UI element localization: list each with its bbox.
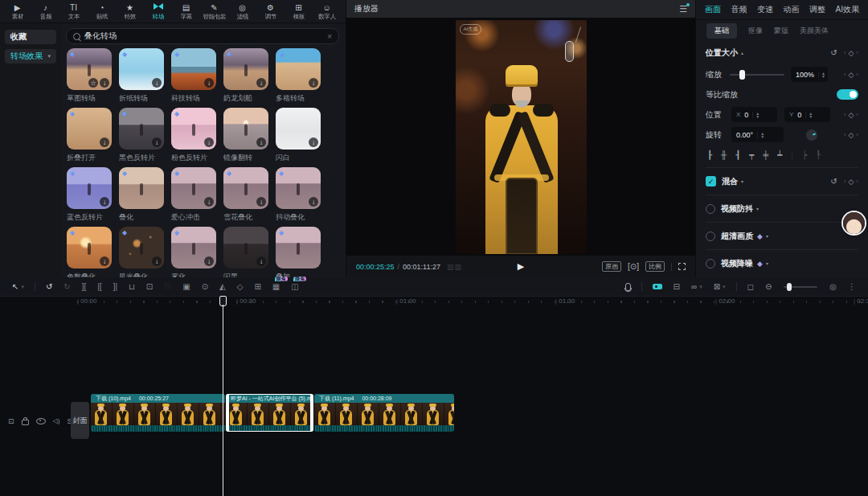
align-top-icon[interactable]: ┯ xyxy=(749,150,754,159)
uniform-scale-toggle[interactable] xyxy=(837,89,858,100)
transition-thumbnail[interactable]: ◆ ☆ ↓ xyxy=(119,48,164,90)
tab-filters[interactable]: ◎滤镜 xyxy=(228,3,256,20)
transition-card[interactable]: ◆ ☆ ↓ 粉色反转片 xyxy=(171,108,216,167)
favorites-button[interactable]: 收藏 xyxy=(5,30,56,44)
record-voiceover-icon[interactable] xyxy=(625,283,631,291)
download-icon[interactable]: ↓ xyxy=(204,197,214,207)
main-track-magnet-icon[interactable] xyxy=(653,284,662,289)
timeline-clip[interactable]: 下载 (11).mp4 00:00:28:09 xyxy=(314,394,454,432)
transition-card[interactable]: ◆ ☆ ↓ 抖动叠化 xyxy=(276,167,321,227)
download-icon[interactable]: ↓ xyxy=(100,137,109,147)
transition-card[interactable]: ◆ ☆ ↓ 科技转场 xyxy=(171,48,216,108)
subtab-beauty[interactable]: 美颜美体 xyxy=(800,26,829,36)
split-button[interactable]: ][ xyxy=(82,283,87,291)
transition-thumbnail[interactable]: ◆ ☆ ↓ xyxy=(223,48,268,90)
transition-thumbnail[interactable]: ◆ ☆ ↓ xyxy=(171,108,216,150)
timeline-clip[interactable]: 下载 (10).mp4 00:00:25:27 xyxy=(91,394,225,432)
fullscreen-icon[interactable] xyxy=(678,263,686,270)
download-icon[interactable]: ↓ xyxy=(100,256,109,266)
tab-ai-effects[interactable]: AI效果 xyxy=(836,4,859,15)
tab-audio-props[interactable]: 音频 xyxy=(731,4,747,15)
mirror-button[interactable]: ◭ xyxy=(219,283,226,291)
tab-adjustment[interactable]: 调整 xyxy=(809,4,825,15)
download-icon[interactable]: ↓ xyxy=(256,78,266,88)
frame-view-icons[interactable]: ▥▥ xyxy=(447,263,462,271)
transition-thumbnail[interactable]: ◆ ☆ ↓ xyxy=(119,108,164,150)
download-icon[interactable]: ↓ xyxy=(256,197,266,207)
keyframe-control[interactable]: ‹◇› xyxy=(844,49,858,57)
quality-button[interactable]: 原画 xyxy=(602,261,621,272)
more-options-icon[interactable]: ⋮ xyxy=(848,283,856,291)
subtab-mask[interactable]: 蒙版 xyxy=(774,26,788,36)
transition-card[interactable]: ◆ ☆ ↓ 星光叠化 xyxy=(119,227,164,277)
pip-button[interactable]: ▣ xyxy=(182,283,190,291)
transition-thumbnail[interactable]: ◆ ☆ ↓ xyxy=(171,167,216,209)
undo-button[interactable]: ↺ xyxy=(46,283,52,291)
subtab-keying[interactable]: 抠像 xyxy=(748,26,763,36)
download-icon[interactable]: ↓ xyxy=(256,256,266,266)
keyframe-control[interactable]: ‹◇› xyxy=(844,111,858,119)
timeline-zoom-slider[interactable] xyxy=(784,286,817,288)
align-right-icon[interactable]: ┨ xyxy=(735,150,740,159)
download-icon[interactable]: ↓ xyxy=(256,137,266,147)
position-y-box[interactable]: Y 0 ▲▼ xyxy=(784,107,830,122)
timeline-ruler[interactable]: 00:0000:3001:0001:3002:0002:3 xyxy=(0,296,868,309)
download-icon[interactable]: ↓ xyxy=(152,256,162,266)
video-preview[interactable]: AI生成 xyxy=(456,20,587,254)
scale-slider[interactable] xyxy=(730,74,784,76)
tab-digital-human[interactable]: ☺数字人 xyxy=(313,3,341,20)
player-menu-icon[interactable]: ☰ xyxy=(679,4,687,14)
smart-motion-button[interactable]: ◫限免 xyxy=(291,283,298,291)
subtab-basic[interactable]: 基础 xyxy=(706,23,737,39)
transition-card[interactable]: ◆ ☆ ↓ 镜像翻转 xyxy=(223,108,268,167)
transition-thumbnail[interactable]: ◆ ☆ ↓ xyxy=(276,227,321,268)
trim-left-button[interactable]: |[ xyxy=(97,283,101,291)
transition-thumbnail[interactable]: ◆ ☆ ↓ xyxy=(67,108,112,150)
transition-card[interactable]: ◆ ☆ ↓ 爱心冲击 xyxy=(171,167,216,227)
smart-frame-button[interactable]: ▦限免 xyxy=(272,283,280,291)
transition-card[interactable]: ◆ ☆ ↓ 折纸转场 xyxy=(119,48,164,108)
preview-axis-icon[interactable]: ⊠ xyxy=(714,283,720,291)
transition-thumbnail[interactable]: ◆ ☆ ↓ xyxy=(223,108,268,150)
reset-icon[interactable]: ↺ xyxy=(830,48,837,57)
clear-search-icon[interactable]: × xyxy=(327,32,332,41)
transition-thumbnail[interactable]: ◆ ☆ ↓ xyxy=(67,167,112,209)
download-icon[interactable]: ↓ xyxy=(152,78,162,88)
transition-card[interactable]: ◆ ☆ ↓ 折叠打开 xyxy=(67,108,112,167)
rotate-value-box[interactable]: 0.00° ▲▼ xyxy=(731,127,784,142)
select-tool[interactable]: ↖ xyxy=(12,283,18,291)
chevron-down-icon[interactable]: ▾ xyxy=(756,206,759,211)
denoise-checkbox[interactable] xyxy=(706,259,715,268)
keyframe-control[interactable]: ‹◇› xyxy=(844,131,858,139)
align-bottom-icon[interactable]: ┷ xyxy=(777,150,782,159)
download-icon[interactable]: ↓ xyxy=(100,78,109,88)
tab-effects[interactable]: ★特效 xyxy=(116,3,144,20)
keyframe-control[interactable]: ‹◇› xyxy=(844,71,858,79)
tab-speed[interactable]: 变速 xyxy=(757,4,773,15)
tab-templates[interactable]: ⊞模板 xyxy=(285,3,313,20)
preview-zoom-icon[interactable]: [⊙] xyxy=(628,262,639,271)
transition-card[interactable]: ◆ ☆ ↓ 黑色反转片 xyxy=(119,108,164,167)
chevron-down-icon[interactable]: ▾ xyxy=(766,260,768,266)
download-icon[interactable]: ↓ xyxy=(309,197,318,207)
transition-thumbnail[interactable]: ◆ ☆ ↓ xyxy=(67,227,112,268)
slider-thumb[interactable] xyxy=(739,70,745,80)
ratio-button[interactable]: 比例 xyxy=(645,261,665,272)
play-button[interactable]: ▶ xyxy=(518,261,524,272)
tab-captions[interactable]: ▤字幕 xyxy=(172,3,200,20)
align-center-v-icon[interactable]: ╪ xyxy=(763,150,768,159)
stabilize-checkbox[interactable] xyxy=(706,204,715,214)
chevron-down-icon[interactable]: ▾ xyxy=(766,233,768,239)
stepper[interactable]: ▲▼ xyxy=(757,132,764,138)
reset-icon[interactable]: ↺ xyxy=(830,177,837,186)
download-icon[interactable]: ↓ xyxy=(309,137,318,147)
transition-thumbnail[interactable]: ◆ ☆ ↓ xyxy=(119,167,164,209)
search-input[interactable] xyxy=(84,32,327,41)
tab-animation[interactable]: 动画 xyxy=(784,4,800,15)
tab-sticker[interactable]: ◔贴纸 xyxy=(88,3,116,20)
transition-card[interactable]: ◆ ☆ ↓ 闪黑 xyxy=(223,227,268,277)
scale-value-box[interactable]: 100% ▲▼ xyxy=(791,67,828,82)
freeze-frame-button[interactable]: ⊡ xyxy=(146,283,153,291)
position-x-box[interactable]: X 0 ▲▼ xyxy=(731,107,777,122)
tab-media[interactable]: ▶素材 xyxy=(3,3,31,20)
